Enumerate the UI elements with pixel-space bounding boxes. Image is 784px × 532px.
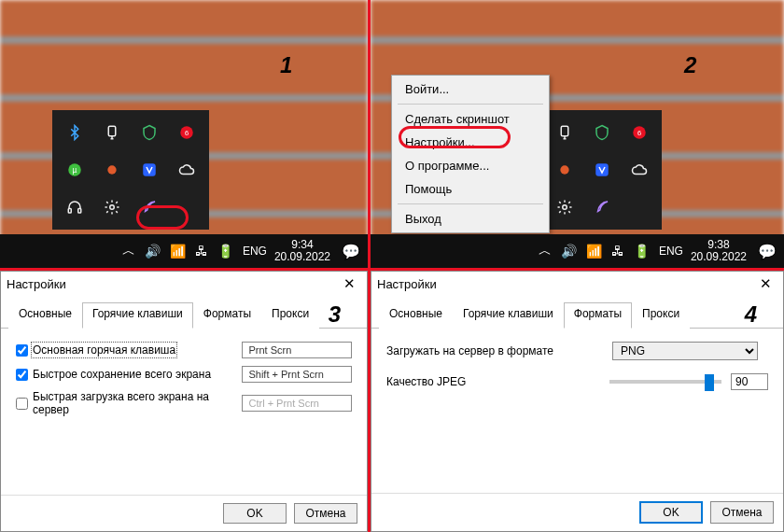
jpeg-quality-slider[interactable]: [609, 380, 721, 384]
taskbar-clock[interactable]: 9:38 20.09.2022: [691, 239, 747, 263]
menu-separator: [398, 203, 543, 204]
checkbox-input[interactable]: [16, 369, 28, 381]
usb-icon[interactable]: [546, 114, 583, 151]
settings-dialog: Настройки ✕ Основные Горячие клавиши Фор…: [371, 271, 784, 532]
hotkey-quicksave-field[interactable]: Shift + Prnt Scrn: [242, 366, 352, 383]
menu-item-login[interactable]: Войти...: [392, 77, 549, 101]
upload-format-select[interactable]: PNG: [612, 342, 758, 360]
security-icon[interactable]: [583, 114, 621, 151]
tab-hotkeys[interactable]: Горячие клавиши: [82, 302, 193, 329]
usb-icon[interactable]: [93, 114, 131, 151]
headset-icon[interactable]: [56, 189, 93, 226]
menu-item-help[interactable]: Помощь: [392, 177, 549, 201]
language-indicator[interactable]: ENG: [243, 245, 267, 258]
dialog-tabs: Основные Горячие клавиши Форматы Прокси …: [371, 296, 783, 329]
action-center-icon[interactable]: 💬: [338, 238, 364, 264]
volume-icon[interactable]: 🔊: [145, 244, 161, 259]
hotkey-upload-checkbox[interactable]: Быстрая загрузка всего экрана на сервер: [16, 390, 232, 416]
security-icon[interactable]: [131, 114, 168, 151]
antivirus-icon[interactable]: 6: [621, 114, 658, 151]
clock-date: 20.09.2022: [274, 251, 330, 263]
taskbar[interactable]: ︿ 🔊 📶 🖧 🔋 ENG 9:34 20.09.2022 💬: [0, 234, 368, 268]
ok-button[interactable]: OK: [639, 501, 703, 524]
ok-button[interactable]: OK: [223, 503, 287, 524]
panel-number: 1: [280, 52, 292, 78]
svg-point-9: [110, 205, 115, 210]
menu-separator: [398, 104, 543, 105]
svg-rect-0: [108, 126, 116, 136]
tab-proxy[interactable]: Прокси: [261, 302, 319, 329]
tray-empty: [168, 189, 205, 226]
svg-text:µ: µ: [73, 166, 77, 175]
hotkey-main-checkbox[interactable]: Основная горячая клавиша: [16, 343, 232, 357]
svg-rect-6: [143, 163, 156, 176]
svg-rect-16: [595, 163, 609, 176]
language-indicator[interactable]: ENG: [659, 245, 683, 258]
recorder-icon[interactable]: [93, 151, 131, 189]
tab-formats[interactable]: Форматы: [564, 302, 632, 329]
hotkey-quicksave-checkbox[interactable]: Быстрое сохранение всего экрана: [16, 368, 232, 381]
taskbar-clock[interactable]: 9:34 20.09.2022: [274, 239, 330, 263]
jpeg-quality-value[interactable]: 90: [731, 373, 768, 390]
wifi-icon[interactable]: 📶: [170, 244, 186, 259]
dialog-titlebar[interactable]: Настройки ✕: [371, 272, 783, 296]
browser-icon[interactable]: [583, 151, 621, 189]
network-icon[interactable]: 🖧: [611, 244, 624, 259]
tray-flyout[interactable]: 6 µ: [52, 110, 209, 230]
chevron-up-icon[interactable]: ︿: [122, 243, 135, 259]
dialog-title: Настройки: [377, 277, 437, 291]
close-button[interactable]: ✕: [338, 275, 361, 292]
tab-formats[interactable]: Форматы: [193, 302, 261, 329]
tab-basic[interactable]: Основные: [8, 302, 82, 329]
taskbar[interactable]: ︿ 🔊 📶 🖧 🔋 ENG 9:38 20.09.2022 💬: [371, 234, 784, 268]
jpeg-quality-label: Качество JPEG: [386, 375, 598, 388]
dialog-title: Настройки: [7, 277, 66, 291]
antivirus-icon[interactable]: 6: [168, 114, 205, 151]
svg-text:6: 6: [637, 129, 641, 137]
svg-rect-8: [78, 209, 81, 214]
checkbox-input[interactable]: [16, 344, 28, 357]
cloud-icon[interactable]: [621, 151, 658, 189]
tab-hotkeys[interactable]: Горячие клавиши: [453, 302, 564, 329]
hotkey-quicksave-label: Быстрое сохранение всего экрана: [33, 368, 211, 381]
cancel-button[interactable]: Отмена: [294, 503, 357, 524]
svg-point-5: [107, 165, 116, 174]
volume-icon[interactable]: 🔊: [561, 244, 577, 259]
torrent-icon[interactable]: µ: [56, 151, 93, 189]
tab-basic[interactable]: Основные: [379, 302, 453, 329]
app-feather-icon[interactable]: [583, 189, 621, 226]
browser-icon[interactable]: [131, 151, 168, 189]
menu-item-exit[interactable]: Выход: [392, 207, 549, 231]
action-center-icon[interactable]: 💬: [754, 238, 780, 264]
close-button[interactable]: ✕: [754, 275, 777, 292]
app-feather-icon[interactable]: [131, 189, 168, 226]
checkbox-input[interactable]: [16, 398, 28, 410]
hotkey-main-field[interactable]: Prnt Scrn: [242, 342, 352, 358]
battery-icon[interactable]: 🔋: [634, 244, 650, 259]
cancel-button[interactable]: Отмена: [710, 501, 774, 524]
chevron-up-icon[interactable]: ︿: [539, 243, 552, 259]
dialog-footer: OK Отмена: [1, 495, 367, 531]
dialog-tabs: Основные Горячие клавиши Форматы Прокси …: [1, 296, 367, 329]
slider-thumb[interactable]: [705, 374, 714, 391]
tab-proxy[interactable]: Прокси: [632, 302, 690, 329]
panel-number: 4: [745, 301, 757, 328]
menu-item-screenshot[interactable]: Сделать скриншот: [392, 107, 549, 131]
settings-icon[interactable]: [93, 189, 131, 226]
wifi-icon[interactable]: 📶: [586, 244, 602, 259]
panel-1: 1 6 µ ︿ 🔊 📶 🖧 🔋 ENG: [0, 0, 368, 268]
dialog-footer: OK Отмена: [371, 493, 783, 531]
network-icon[interactable]: 🖧: [195, 244, 208, 259]
battery-icon[interactable]: 🔋: [217, 244, 233, 259]
settings-icon[interactable]: [546, 189, 583, 226]
menu-item-about[interactable]: О программе...: [392, 154, 549, 177]
hotkey-upload-field[interactable]: Ctrl + Prnt Scrn: [242, 395, 352, 412]
dialog-titlebar[interactable]: Настройки ✕: [1, 272, 367, 296]
hotkeys-body: Основная горячая клавиша Prnt Scrn Быстр…: [1, 329, 367, 495]
cloud-icon[interactable]: [168, 151, 205, 189]
clock-date: 20.09.2022: [691, 251, 747, 263]
recorder-icon[interactable]: [546, 151, 583, 189]
tray-context-menu[interactable]: Войти... Сделать скриншот Настройки... О…: [391, 75, 550, 233]
bluetooth-icon[interactable]: [56, 114, 93, 151]
menu-item-settings[interactable]: Настройки...: [392, 131, 549, 154]
